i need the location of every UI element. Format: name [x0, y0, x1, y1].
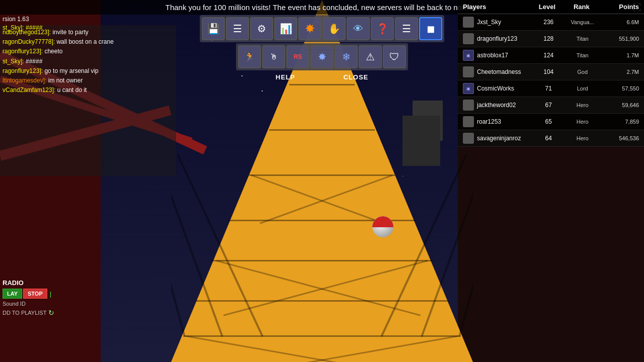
lb-points: 546,536 [601, 135, 639, 141]
toolbar-blue-btn[interactable]: ◼ [419, 17, 442, 40]
toolbar-eye-btn[interactable]: 👁 [347, 17, 370, 40]
lb-level: 236 [533, 19, 564, 26]
lb-player-name: savageninjanroz [477, 135, 533, 142]
lb-rank: God [564, 69, 601, 75]
leaderboard-row[interactable]: Jxst_Sky236Vangua...6.6M [458, 14, 644, 31]
toolbar: 💾 ☰ ⚙ 📊 ✸ ✋ 👁 ❓ ☰ ◼ 🏃 🖱 RS ✸ ❄ ⚠ 🛡 HELP … [200, 15, 444, 82]
lb-points: 6.6M [601, 19, 639, 25]
leaderboard-row[interactable]: savageninjanroz64Hero546,536 [458, 130, 644, 147]
lb-avatar [463, 33, 474, 44]
lb-player-name: Cheetomadness [477, 68, 533, 75]
lb-points: 7,859 [601, 119, 639, 125]
close-button[interactable]: CLOSE [339, 72, 372, 82]
radio-stop-button[interactable]: STOP [23, 289, 47, 299]
lb-header-players: Players [463, 3, 532, 11]
lb-avatar [463, 17, 474, 28]
leaderboard-row[interactable]: Cheetomadness104God2.7M [458, 64, 644, 80]
leaderboard-row[interactable]: roar125365Hero7,859 [458, 114, 644, 130]
chat-username: vCandZamfam123]: [3, 86, 55, 94]
lb-rank: Vangua... [564, 19, 601, 25]
lb-rank: Hero [564, 135, 601, 141]
version-line1: rsion 1.63 [3, 15, 42, 24]
game-character [372, 216, 393, 237]
lb-avatar [463, 100, 474, 111]
radio-panel: RADIO LAY STOP | Sound ID DD TO PLAYLIST… [0, 279, 60, 317]
lb-rank: Hero [564, 102, 601, 108]
radio-play-button[interactable]: LAY [3, 289, 22, 299]
chat-username: ragonflury123]: [3, 48, 43, 55]
lb-player-name: dragonflury123 [477, 35, 533, 42]
chat-line: ragonflury123]: go to my arsenal vip [3, 66, 194, 76]
leaderboard-rows: Jxst_Sky236Vangua...6.6Mdragonflury12312… [458, 14, 644, 147]
toolbar-settings-btn[interactable]: ⚙ [250, 17, 273, 40]
lb-level: 104 [533, 68, 564, 75]
lb-player-name: Jxst_Sky [477, 19, 533, 26]
chat-area: ndboythegod123]: invite to partyragonDuc… [3, 28, 194, 95]
lb-header-level: Level [532, 3, 562, 11]
toolbar-star-btn[interactable]: ✸ [298, 17, 321, 40]
chat-line: st_Sky]: ##### [3, 57, 194, 66]
lb-level: 124 [533, 52, 564, 59]
toolbar-rs-btn[interactable]: RS [286, 45, 309, 68]
chat-line: ltintogamesdev]: im not owner [3, 76, 194, 85]
lb-level: 65 [533, 118, 564, 125]
chat-username: ltintogamesdev]: [3, 77, 46, 84]
toolbar-list-btn[interactable]: ☰ [395, 17, 418, 40]
radio-status-indicator: | [50, 289, 51, 299]
lb-rank: Titan [564, 36, 601, 42]
chat-username: ndboythegod123]: [3, 29, 51, 36]
toolbar-run-btn[interactable]: 🏃 [238, 45, 261, 68]
chat-line: vCandZamfam123]: u cant do it [3, 85, 194, 95]
toolbar-snowflake-btn[interactable]: ❄ [335, 45, 358, 68]
leaderboard-row[interactable]: dragonflury123128Titan551,900 [458, 31, 644, 47]
toolbar-hand-btn[interactable]: ✋ [323, 17, 346, 40]
lb-player-name: roar1253 [477, 118, 533, 125]
lb-points: 57,550 [601, 85, 639, 92]
lb-level: 67 [533, 102, 564, 109]
help-button[interactable]: HELP [272, 72, 299, 82]
chat-username: ragonDucky77778]: [3, 38, 55, 45]
chat-line: ndboythegod123]: invite to party [3, 28, 194, 37]
lb-rank: Lord [564, 85, 601, 92]
lb-player-name: astroblox17 [477, 52, 533, 59]
lb-header-rank: Rank [562, 3, 601, 11]
lb-points: 2.7M [601, 69, 639, 75]
announcement-text: Thank you for 100 million visits! The ev… [166, 3, 479, 12]
lb-rank: Hero [564, 119, 601, 125]
leaderboard-header: Players Level Rank Points [458, 0, 644, 14]
lb-points: 1.7M [601, 52, 639, 58]
leaderboard-row[interactable]: jacktheword0267Hero59,646 [458, 97, 644, 114]
toolbar-mouse-btn[interactable]: 🖱 [262, 45, 285, 68]
lb-avatar [463, 116, 474, 127]
toolbar-shield-btn[interactable]: 🛡 [383, 45, 406, 68]
radio-add-playlist-button[interactable]: DD TO PLAYLIST ↻ [0, 309, 60, 317]
toolbar-stats-btn[interactable]: 📊 [274, 17, 297, 40]
lb-avatar [463, 133, 474, 144]
radio-controls: LAY STOP | [0, 289, 60, 299]
chat-username: ragonflury123]: [3, 67, 43, 74]
lb-player-name: CosmicWorks [477, 85, 533, 92]
lb-badge-icon: ▣ [463, 83, 474, 94]
chat-username: st_Sky]: [3, 58, 24, 65]
leaderboard-row[interactable]: ▣CosmicWorks71Lord57,550 [458, 80, 644, 97]
radio-add-playlist-label: DD TO PLAYLIST [3, 310, 46, 316]
toolbar-sparkle-btn[interactable]: ✸ [310, 45, 334, 68]
lb-level: 128 [533, 35, 564, 42]
radio-refresh-icon[interactable]: ↻ [48, 309, 54, 317]
lb-points: 59,646 [601, 102, 639, 108]
lb-level: 71 [533, 85, 564, 92]
lb-badge-icon: ▣ [463, 50, 474, 61]
leaderboard-panel: Players Level Rank Points Jxst_Sky236Van… [458, 0, 644, 147]
toolbar-help-icon-btn[interactable]: ❓ [371, 17, 394, 40]
lb-rank: Titan [564, 52, 601, 58]
radio-sound-id-label: Sound ID [0, 301, 60, 307]
lb-header-points: Points [601, 3, 639, 11]
toolbar-warning-btn[interactable]: ⚠ [359, 45, 382, 68]
lb-level: 64 [533, 135, 564, 142]
lb-avatar [463, 66, 474, 77]
chat-line: ragonDucky77778]: wall boost on a crane [3, 37, 194, 47]
toolbar-save-btn[interactable]: 💾 [202, 17, 225, 40]
leaderboard-row[interactable]: ▣astroblox17124Titan1.7M [458, 47, 644, 64]
chat-line: ragonflury123]: cheeto [3, 47, 194, 56]
toolbar-menu-btn[interactable]: ☰ [226, 17, 249, 40]
